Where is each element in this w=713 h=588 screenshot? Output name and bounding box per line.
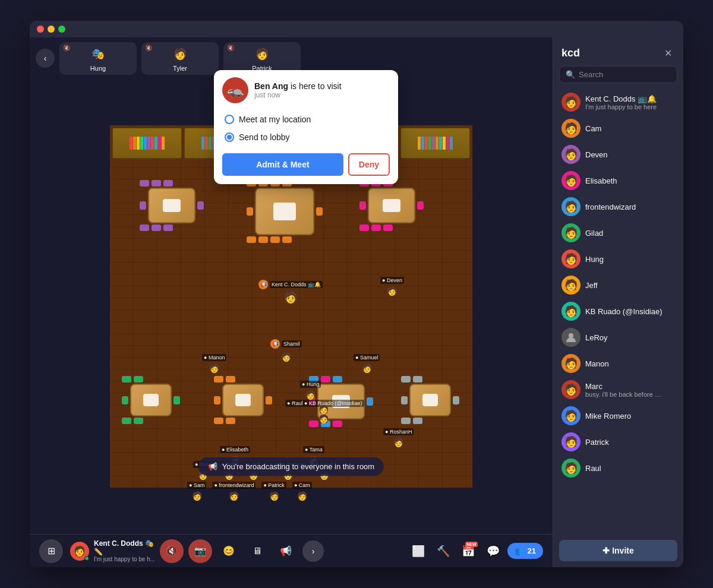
new-badge: NEW [465,542,477,547]
member-avatar: 🧑 [561,380,581,399]
close-panel-button[interactable]: ✕ [661,46,675,60]
member-item-frontendwizard[interactable]: 🧑 frontendwizard [557,194,680,220]
member-avatar: 🧑 [561,302,581,321]
mute-icon: 🔇 [63,45,70,51]
member-item-deven[interactable]: 🧑 Deven [557,141,680,167]
participant-name: Hung [90,65,106,72]
mute-icon: 🔇 [145,45,152,51]
player-name: ● Tama [303,446,324,453]
deny-button[interactable]: Deny [348,153,390,176]
screen-button[interactable]: ⬜ [408,540,429,562]
member-info: Cam [585,124,601,133]
mute-button[interactable]: 🔇 [160,539,184,563]
member-name: KB Ruado (@Insidiae) [585,307,662,316]
maximize-button[interactable] [58,26,65,33]
meet-radio[interactable] [225,115,234,124]
player-kent: 📢 Kent C. Dodds 📺🔔 🧑 [258,280,323,305]
left-panel: ‹ 🔇 🎭 Hung 🔇 🧑 Tyler 🔇 🧑 Patrick [30,37,553,567]
member-avatar [561,328,581,347]
member-item-raul[interactable]: 🧑 Raul [557,455,680,481]
admit-meet-button[interactable]: Admit & Meet [222,153,343,176]
member-avatar: 🧑 [561,171,581,190]
member-status: busy. i'll be back before it st... [585,391,662,398]
member-info: Marc busy. i'll be back before it st... [585,382,662,398]
member-item-elisabeth[interactable]: 🧑 Elisabeth [557,167,680,194]
member-item-mike-romero[interactable]: 🧑 Mike Romero [557,403,680,429]
member-avatar: 🧑 [561,249,581,268]
video-button[interactable]: 📷 [188,539,212,563]
member-item-marc[interactable]: 🧑 Marc busy. i'll be back before it st..… [557,377,680,403]
main-content: ‹ 🔇 🎭 Hung 🔇 🧑 Tyler 🔇 🧑 Patrick [30,37,683,567]
bottom-right-icons: ⬜ 🔨 📅 NEW 💬 👥 21 [408,540,543,562]
member-name: Mike Romero [585,412,631,421]
chairs-bottom [140,225,204,231]
member-item-kent[interactable]: 🧑 Kent C. Dodds 📺🔔 I'm just happy to be … [557,89,680,115]
player-name: ● frontendwizard [212,482,255,489]
member-info: Deven [585,150,608,159]
table-zone-4 [122,375,180,425]
minimize-button[interactable] [48,26,55,33]
right-panel: kcd ✕ 🔍 🧑 Kent C. Dodds 📺🔔 I'm just happ… [553,37,683,567]
visitor-avatar: 🦡 [222,77,248,103]
member-item-kb-ruado[interactable]: 🧑 KB Ruado (@Insidiae) [557,298,680,324]
meet-at-location-option[interactable]: Meet at my location [222,110,390,128]
broadcast-banner: 📢 You're broadcasting to everyone in thi… [198,457,384,476]
screen-share-button[interactable]: 🖥 [245,539,269,563]
table-zone-5 [214,375,272,425]
member-info: Raul [585,464,601,473]
member-avatar: 🧑 [561,432,581,451]
member-item-manon[interactable]: 🧑 Manon [557,350,680,377]
calendar-button[interactable]: 📅 NEW [458,540,479,562]
bottom-bar: ⊞ 🧑 Kent C. Dodds 🎭✏️ I'm just happy to … [30,534,553,567]
shamil-sprite: 🧑 [280,350,292,364]
status-dot [84,556,89,561]
member-item-cam[interactable]: 🧑 Cam [557,115,680,141]
participant-card-tyler[interactable]: 🔇 🧑 Tyler [141,42,219,75]
search-input[interactable] [579,70,679,79]
apps-button[interactable]: ⊞ [39,539,63,563]
lobby-option-label: Send to lobby [239,132,290,142]
broadcast-button[interactable]: 📢 [274,539,298,563]
raul-sprite: 🧑🧑 [318,407,330,421]
back-button[interactable]: ‹ [36,49,55,68]
member-item-gilad[interactable]: 🧑 Gilad [557,220,680,246]
member-name: Hung [585,255,604,264]
member-item-leroy[interactable]: LeRoy [557,324,680,350]
close-button[interactable] [37,26,44,33]
build-button[interactable]: 🔨 [433,540,454,562]
participant-name: Tyler [173,65,187,72]
members-list: 🧑 Kent C. Dodds 📺🔔 I'm just happy to be … [553,89,683,534]
player-hung: ● Hung 🧑 [300,381,321,402]
invite-button[interactable]: ✚ Invite [559,540,677,561]
member-name: Marc [585,382,662,391]
chat-button[interactable]: 💬 [482,540,504,562]
member-name: Raul [585,464,601,473]
send-to-lobby-option[interactable]: Send to lobby [222,128,390,146]
chairs-top [140,180,204,186]
player-name: ● Sam [187,482,206,489]
table-zone-3 [359,179,424,232]
member-info: LeRoy [585,333,608,342]
right-header: kcd ✕ [553,37,683,66]
patrick-sprite: 🧑 [268,489,280,503]
lobby-radio[interactable] [225,132,234,142]
member-avatar: 🧑 [561,459,581,478]
participants-icon: 👥 [515,546,524,555]
member-item-patrick[interactable]: 🧑 Patrick [557,429,680,455]
visitor-popup: 🦡 Ben Ang is here to visit just now [214,70,398,184]
member-avatar: 🧑 [561,406,581,425]
participants-button[interactable]: 👥 21 [507,543,543,559]
space-name: kcd [561,47,580,59]
mute-icon: 🔇 [227,45,234,51]
participant-avatar: 🎭 [89,45,108,64]
participant-card-hung[interactable]: 🔇 🎭 Hung [59,42,137,75]
member-item-jeff[interactable]: 🧑 Jeff [557,272,680,298]
search-box[interactable]: 🔍 [559,66,677,83]
visitor-actions: Admit & Meet Deny [214,148,398,184]
member-info: Manon [585,359,609,368]
member-name: frontendwizard [585,203,636,211]
member-info: Gilad [585,229,603,238]
member-item-hung[interactable]: 🧑 Hung [557,246,680,272]
emoji-button[interactable]: 😊 [217,539,241,563]
next-room-button[interactable]: › [302,540,324,562]
